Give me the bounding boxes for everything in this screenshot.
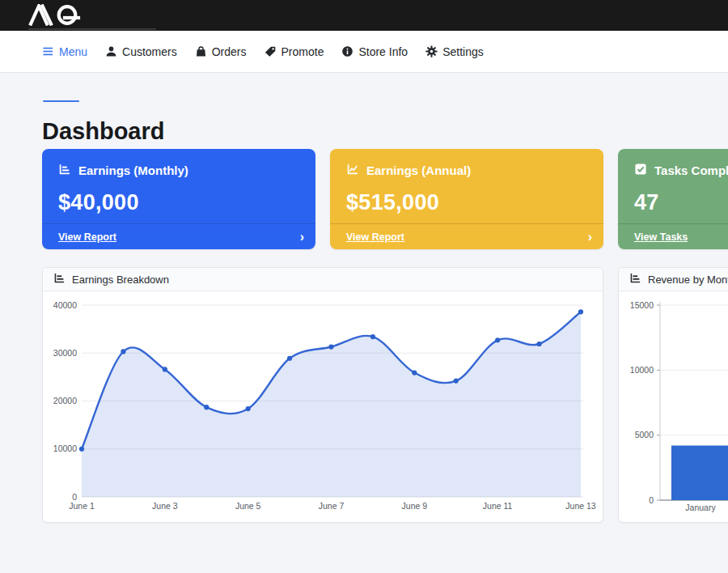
- stat-cards-row: Earnings (Monthly) $40,000 View Report ›…: [42, 149, 728, 249]
- data-point: [121, 349, 125, 354]
- nav-item-menu[interactable]: Menu: [42, 45, 87, 58]
- page-title: Dashboard: [42, 118, 728, 144]
- bar-chart-icon: [58, 163, 71, 178]
- panel-header: Earnings Breakdown: [43, 268, 603, 291]
- card-footer: View Report ›: [42, 223, 315, 249]
- brand-logo[interactable]: [28, 4, 105, 26]
- nav-item-label: Menu: [59, 45, 87, 58]
- chevron-right-icon[interactable]: ›: [588, 231, 592, 244]
- x-tick-label: June 1: [69, 501, 95, 511]
- line-chart-icon: [346, 163, 359, 178]
- y-tick-label: 20000: [53, 396, 77, 405]
- panel-title: Earnings Breakdown: [72, 274, 169, 286]
- y-tick-label: 0: [649, 495, 654, 505]
- card-footer: View Report ›: [330, 223, 603, 249]
- logo-underline: [28, 28, 156, 30]
- x-tick-label: June 9: [402, 501, 428, 511]
- data-point: [287, 356, 292, 361]
- data-point: [578, 309, 583, 314]
- area-fill: [82, 312, 581, 497]
- card-earnings-monthly: Earnings (Monthly) $40,000 View Report ›: [42, 149, 315, 249]
- x-tick-label: June 3: [152, 501, 178, 511]
- nav-item-label: Customers: [122, 45, 177, 58]
- data-point: [204, 405, 209, 410]
- bag-icon: [195, 45, 207, 57]
- y-tick-label: 5000: [635, 430, 654, 439]
- card-value: $40,000: [42, 178, 315, 215]
- data-point: [412, 370, 417, 375]
- nav-item-promote[interactable]: Promote: [265, 45, 324, 58]
- card-tasks-completed: Tasks Completed 47 View Tasks ›: [618, 149, 728, 249]
- card-title: Earnings (Annual): [366, 163, 471, 177]
- nav-item-orders[interactable]: Orders: [195, 45, 247, 58]
- main-navbar: Menu Customers Orders Promote Store Info: [0, 31, 728, 73]
- card-earnings-annual: Earnings (Annual) $515,000 View Report ›: [330, 149, 603, 249]
- info-icon: [341, 45, 353, 57]
- card-title: Earnings (Monthly): [78, 163, 188, 177]
- data-point: [454, 379, 459, 384]
- gear-icon: [425, 45, 438, 57]
- bar-chart-icon: [53, 272, 66, 286]
- chevron-right-icon[interactable]: ›: [300, 231, 304, 244]
- x-tick-label: June 7: [319, 501, 345, 511]
- nav-item-settings[interactable]: Settings: [425, 45, 484, 58]
- card-footer: View Tasks ›: [618, 223, 728, 249]
- check-square-icon: [634, 163, 647, 178]
- y-tick-label: 40000: [53, 300, 77, 310]
- card-value: 47: [618, 178, 728, 215]
- data-point: [495, 337, 500, 342]
- data-point: [328, 344, 333, 349]
- data-point: [536, 342, 541, 346]
- view-tasks-link[interactable]: View Tasks: [634, 231, 688, 243]
- data-point: [370, 334, 375, 339]
- bar: [671, 446, 728, 500]
- card-value: $515,000: [330, 178, 603, 215]
- hamburger-icon: [42, 45, 54, 57]
- person-icon: [105, 45, 117, 57]
- nav-item-label: Store Info: [358, 45, 408, 58]
- earnings-breakdown-panel: Earnings Breakdown 010000200003000040000…: [42, 267, 603, 523]
- x-tick-label: June 11: [483, 501, 513, 511]
- panel-header: Revenue by Month: [619, 268, 728, 291]
- nav-item-label: Settings: [442, 45, 484, 58]
- x-tick-label: January: [685, 503, 716, 512]
- tag-icon: [265, 45, 277, 57]
- card-title: Tasks Completed: [654, 163, 728, 177]
- nav-item-store-info[interactable]: Store Info: [341, 45, 408, 58]
- x-tick-label: June 5: [235, 501, 261, 511]
- view-report-link[interactable]: View Report: [346, 231, 404, 243]
- earnings-breakdown-chart: 010000200003000040000June 1June 3June 5J…: [43, 291, 603, 522]
- top-app-bar: [0, 0, 728, 31]
- data-point: [163, 367, 167, 371]
- data-point: [246, 406, 251, 411]
- y-tick-label: 30000: [53, 348, 77, 358]
- data-point: [79, 447, 84, 452]
- revenue-by-month-panel: Revenue by Month 050001000015000January: [618, 267, 728, 523]
- y-tick-label: 10000: [630, 365, 654, 375]
- chart-panels-row: Earnings Breakdown 010000200003000040000…: [42, 267, 728, 523]
- nav-item-label: Promote: [281, 45, 324, 58]
- panel-title: Revenue by Month: [648, 274, 728, 286]
- y-tick-label: 10000: [53, 444, 77, 453]
- revenue-by-month-chart: 050001000015000January: [619, 291, 728, 522]
- y-tick-label: 0: [72, 492, 77, 502]
- nav-item-customers[interactable]: Customers: [105, 45, 177, 58]
- x-tick-label: June 13: [565, 501, 596, 511]
- bar-chart-icon: [629, 272, 641, 286]
- view-report-link[interactable]: View Report: [58, 231, 116, 243]
- main-content: Dashboard Earnings (Monthly) $40,000 Vie…: [0, 73, 728, 523]
- y-tick-label: 15000: [630, 300, 654, 310]
- nav-item-label: Orders: [212, 45, 247, 58]
